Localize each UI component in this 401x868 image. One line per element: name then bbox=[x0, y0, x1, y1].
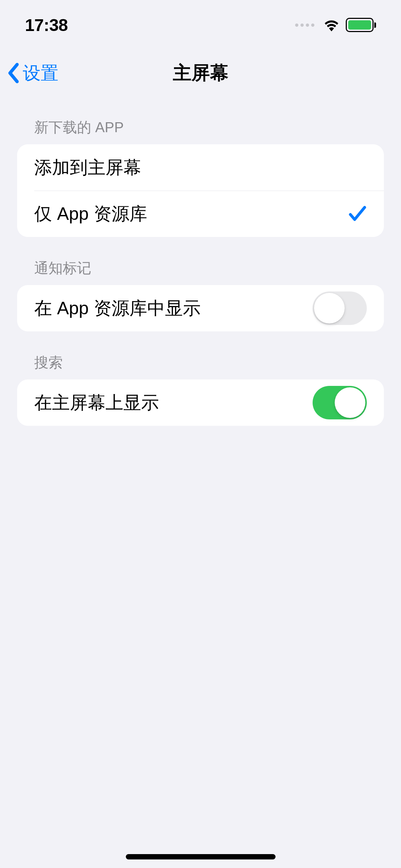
chevron-left-icon bbox=[7, 62, 20, 84]
row-label: 在 App 资源库中显示 bbox=[34, 296, 201, 320]
row-show-in-app-library: 在 App 资源库中显示 bbox=[17, 285, 384, 331]
toggle-show-on-home[interactable] bbox=[313, 386, 367, 419]
section-header-new-apps: 新下载的 APP bbox=[17, 96, 384, 144]
row-label: 在主屏幕上显示 bbox=[34, 391, 159, 415]
group-new-apps: 添加到主屏幕 仅 App 资源库 bbox=[17, 144, 384, 237]
option-label: 添加到主屏幕 bbox=[34, 156, 141, 180]
wifi-icon bbox=[323, 19, 340, 31]
toggle-knob bbox=[314, 293, 345, 324]
group-badges: 在 App 资源库中显示 bbox=[17, 285, 384, 331]
checkmark-icon bbox=[348, 205, 367, 222]
toggle-knob bbox=[335, 387, 365, 418]
content: 新下载的 APP 添加到主屏幕 仅 App 资源库 通知标记 在 App 资源库… bbox=[0, 96, 401, 426]
page-title: 主屏幕 bbox=[173, 61, 228, 86]
status-time: 17:38 bbox=[25, 15, 68, 35]
toggle-show-in-app-library[interactable] bbox=[313, 291, 367, 325]
group-search: 在主屏幕上显示 bbox=[17, 379, 384, 426]
option-app-library-only[interactable]: 仅 App 资源库 bbox=[17, 191, 384, 237]
status-right bbox=[295, 18, 376, 32]
battery-icon bbox=[346, 18, 376, 32]
nav-bar: 设置 主屏幕 bbox=[0, 50, 401, 96]
option-add-to-home[interactable]: 添加到主屏幕 bbox=[17, 144, 384, 191]
section-header-search: 搜索 bbox=[17, 331, 384, 379]
back-label: 设置 bbox=[23, 61, 58, 85]
option-label: 仅 App 资源库 bbox=[34, 202, 147, 226]
status-bar: 17:38 bbox=[0, 0, 401, 50]
home-indicator bbox=[126, 854, 276, 859]
row-show-on-home: 在主屏幕上显示 bbox=[17, 379, 384, 426]
signal-dots bbox=[295, 24, 314, 27]
section-header-badges: 通知标记 bbox=[17, 237, 384, 285]
back-button[interactable]: 设置 bbox=[7, 61, 58, 85]
